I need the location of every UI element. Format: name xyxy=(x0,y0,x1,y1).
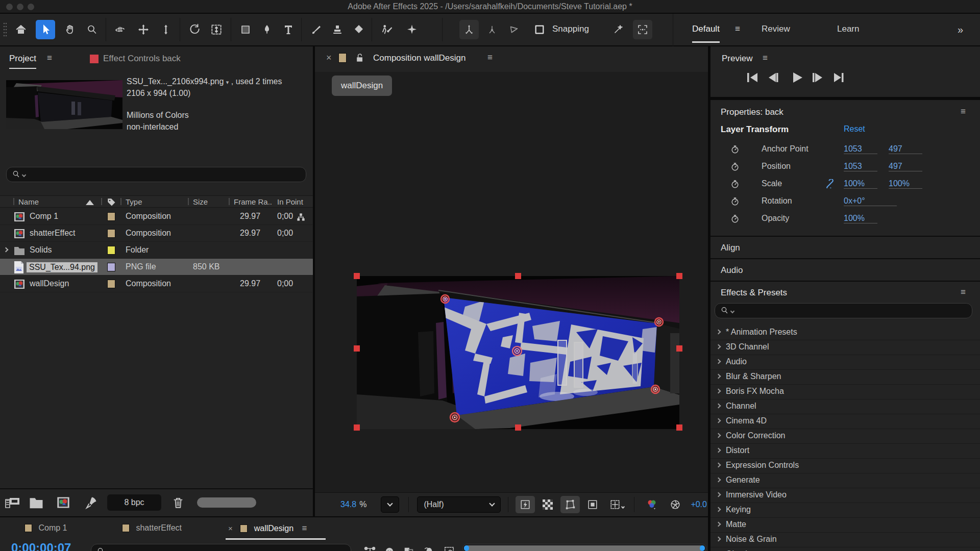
effects-category[interactable]: Audio xyxy=(710,355,980,370)
clone-stamp-tool[interactable] xyxy=(328,20,347,39)
effects-presets-panel-title[interactable]: Effects & Presets xyxy=(721,288,787,298)
effects-category[interactable]: Obsolete xyxy=(710,547,980,551)
effects-category[interactable]: Noise & Grain xyxy=(710,533,980,547)
region-of-interest-button[interactable] xyxy=(583,496,602,513)
composition-flowchart-icon[interactable] xyxy=(363,546,377,551)
puppet-pin-tool[interactable] xyxy=(402,20,422,39)
item-label-color[interactable] xyxy=(107,229,115,238)
step-forward-button[interactable] xyxy=(813,73,822,82)
motion-blur-icon[interactable] xyxy=(423,546,435,551)
resolution-dropdown[interactable]: (Half) xyxy=(417,496,501,513)
channel-display-button[interactable] xyxy=(642,496,662,513)
effects-category[interactable]: Boris FX Mocha xyxy=(710,385,980,399)
scrollbar-left-handle[interactable] xyxy=(464,545,469,551)
effects-category[interactable]: 3D Channel xyxy=(710,340,980,355)
column-type[interactable]: Type xyxy=(126,197,142,206)
workspace-tab-review[interactable]: Review xyxy=(762,24,790,34)
effects-search-input[interactable] xyxy=(715,303,972,318)
pan-camera-tool[interactable] xyxy=(134,20,153,39)
column-in-point[interactable]: In Point xyxy=(277,197,303,206)
effects-category[interactable]: Expression Controls xyxy=(710,459,980,473)
stopwatch-icon[interactable] xyxy=(730,196,740,207)
orbit-camera-tool[interactable] xyxy=(110,20,130,39)
rotation-value[interactable]: 0x+0° xyxy=(844,196,897,206)
scrollbar-right-handle[interactable] xyxy=(700,545,705,551)
delete-icon[interactable] xyxy=(172,495,185,510)
effects-category[interactable]: Immersive Video xyxy=(710,488,980,503)
opacity-value[interactable]: 100% xyxy=(844,214,877,223)
anchor-point-y-value[interactable]: 497 xyxy=(889,144,922,154)
grid-guides-button[interactable] xyxy=(605,496,628,513)
timeline-tab-comp1[interactable]: Comp 1 xyxy=(24,523,67,533)
stopwatch-icon[interactable] xyxy=(730,161,740,172)
position-x-value[interactable]: 1053 xyxy=(844,162,877,171)
pen-tool[interactable] xyxy=(257,20,277,39)
bit-depth-button[interactable]: 8 bpc xyxy=(107,494,161,511)
timeline-search-input[interactable] xyxy=(91,544,351,551)
expand-folder-chevron-icon[interactable] xyxy=(4,247,9,253)
effects-presets-menu-icon[interactable]: ≡ xyxy=(961,287,965,297)
project-horizontal-scrollbar[interactable] xyxy=(197,497,256,508)
step-backward-button[interactable] xyxy=(769,73,778,82)
viewer-tab-label[interactable]: Composition wallDesign xyxy=(373,53,465,63)
column-frame-rate[interactable]: Frame Ra.. xyxy=(234,197,272,206)
timeline-zoom-scrollbar[interactable] xyxy=(462,544,706,551)
preview-panel-title[interactable]: Preview xyxy=(722,54,752,64)
snap-cursor-tool[interactable] xyxy=(608,20,628,39)
roto-brush-tool[interactable] xyxy=(377,20,396,39)
interpret-footage-icon[interactable] xyxy=(5,496,20,510)
tab-effect-controls[interactable]: Effect Controls back xyxy=(103,54,181,64)
effects-category[interactable]: Cinema 4D xyxy=(710,414,980,429)
effects-category[interactable]: Blur & Sharpen xyxy=(710,370,980,385)
effects-category[interactable]: Keying xyxy=(710,503,980,518)
snapping-checkbox[interactable] xyxy=(534,24,545,37)
align-panel-header[interactable]: Align xyxy=(721,243,740,253)
effects-category[interactable]: Matte xyxy=(710,518,980,533)
pan-behind-tool[interactable] xyxy=(207,20,226,39)
workspace-tab-default[interactable]: Default xyxy=(692,24,720,43)
table-row-selected[interactable]: SSU_Tex...94.png PNG file 850 KB xyxy=(0,259,313,276)
home-tool[interactable] xyxy=(11,20,31,39)
position-y-value[interactable]: 497 xyxy=(889,162,922,171)
mini-flowchart-icon[interactable] xyxy=(296,212,306,222)
tab-project[interactable]: Project xyxy=(9,54,36,69)
graph-editor-icon[interactable] xyxy=(443,546,455,551)
stopwatch-icon[interactable] xyxy=(730,144,740,155)
effects-category[interactable]: Generate xyxy=(710,473,980,488)
timeline-menu-icon[interactable]: ≡ xyxy=(302,523,307,533)
workspace-overflow-button[interactable]: » xyxy=(958,24,963,36)
column-size[interactable]: Size xyxy=(193,197,208,206)
new-composition-icon[interactable] xyxy=(56,495,70,510)
transparency-grid-button[interactable] xyxy=(538,496,557,513)
table-row[interactable]: wallDesign Composition 29.97 0;00 xyxy=(0,276,313,292)
scale-y-value[interactable]: 100% xyxy=(889,179,922,189)
close-tab-icon[interactable]: × xyxy=(228,524,233,533)
go-to-end-button[interactable] xyxy=(834,73,844,82)
project-table-header[interactable]: Name Type Size Frame Ra.. In Point xyxy=(0,195,313,208)
footage-name[interactable]: SSU_Tex..._2106x994.png xyxy=(127,77,224,86)
table-row[interactable]: Comp 1 Composition 29.97 0;00 xyxy=(0,208,313,225)
go-to-start-button[interactable] xyxy=(747,73,757,82)
stopwatch-icon[interactable] xyxy=(730,213,740,224)
layer-transform-group-label[interactable]: Layer Transform xyxy=(721,124,789,135)
selection-tool[interactable] xyxy=(36,20,55,39)
world-axis-mode[interactable] xyxy=(482,20,502,39)
workspace-tab-learn[interactable]: Learn xyxy=(837,24,859,34)
close-tab-icon[interactable]: × xyxy=(326,53,332,63)
reset-button[interactable]: Reset xyxy=(844,124,865,134)
audio-panel-header[interactable]: Audio xyxy=(721,265,743,276)
item-name[interactable]: Solids xyxy=(30,245,52,255)
panel-grip-icon[interactable] xyxy=(3,22,7,39)
zoom-dropdown-button[interactable] xyxy=(381,496,399,513)
anchor-point-x-value[interactable]: 1053 xyxy=(844,144,877,154)
item-name[interactable]: wallDesign xyxy=(30,279,69,288)
local-axis-mode[interactable] xyxy=(459,20,479,39)
label-column-icon[interactable] xyxy=(106,197,116,207)
item-name[interactable]: Comp 1 xyxy=(30,212,58,221)
table-row[interactable]: shatterEffect Composition 29.97 0;00 xyxy=(0,225,313,242)
item-name[interactable]: shatterEffect xyxy=(30,229,76,238)
composition-canvas[interactable] xyxy=(357,276,679,429)
type-tool[interactable] xyxy=(279,20,298,39)
view-axis-mode[interactable] xyxy=(504,20,524,39)
exposure-button[interactable] xyxy=(666,496,684,513)
